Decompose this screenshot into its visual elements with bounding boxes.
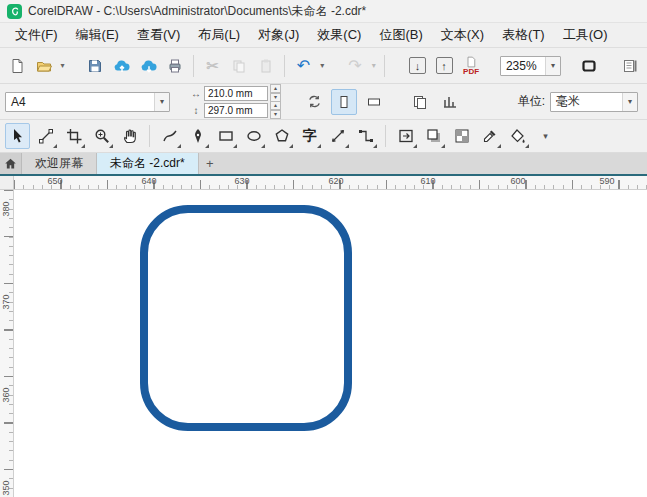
crop-tool[interactable]	[61, 123, 86, 149]
transparency-tool[interactable]	[449, 123, 474, 149]
page-height-stepper[interactable]: ▴ ▾	[270, 101, 281, 119]
pan-tool[interactable]	[117, 123, 142, 149]
cloud-download-button[interactable]	[136, 52, 161, 79]
magnifier-icon	[94, 128, 110, 144]
print-button[interactable]	[163, 52, 188, 79]
menu-text[interactable]: 文本(X)	[432, 23, 493, 47]
pdf-icon	[465, 56, 477, 68]
export-button[interactable]: ↑	[432, 52, 457, 79]
shape-tool[interactable]	[33, 123, 58, 149]
page-size-dropdown-chevron[interactable]: ▾	[154, 93, 169, 111]
cut-button[interactable]: ✂	[200, 52, 225, 79]
ruler-origin-corner[interactable]	[0, 176, 14, 189]
undo-dropdown-chevron[interactable]: ▾	[318, 61, 327, 70]
portrait-page-icon	[336, 94, 352, 110]
cloud-upload-button[interactable]	[110, 52, 135, 79]
polygon-tool[interactable]	[269, 123, 294, 149]
home-icon	[4, 157, 17, 170]
open-dropdown-chevron[interactable]: ▾	[58, 61, 67, 70]
save-button[interactable]	[83, 52, 108, 79]
print-icon	[167, 58, 183, 74]
copy-button[interactable]	[227, 52, 252, 79]
apply-all-pages-button[interactable]	[407, 89, 433, 115]
toolbox-expander-button[interactable]: ▾	[533, 123, 558, 149]
redo-dropdown-chevron[interactable]: ▾	[369, 61, 378, 70]
apply-current-page-button[interactable]	[437, 89, 463, 115]
menu-effects[interactable]: 效果(C)	[308, 23, 370, 47]
publish-pdf-button[interactable]: PDF	[458, 52, 484, 79]
connector-tool[interactable]	[353, 123, 378, 149]
cloud-download-icon	[140, 58, 158, 74]
redo-button[interactable]: ↷	[343, 52, 368, 79]
zoom-level-value: 235%	[501, 59, 545, 73]
drop-shadow-tool[interactable]	[421, 123, 446, 149]
horizontal-ruler: 650 640 630 620 610 600 590	[0, 176, 647, 190]
menu-table[interactable]: 表格(T)	[493, 23, 554, 47]
zoom-dropdown-chevron[interactable]: ▾	[545, 57, 560, 75]
export-icon: ↑	[436, 57, 453, 74]
fullscreen-button[interactable]	[577, 52, 602, 79]
stepper-up-icon[interactable]: ▴	[270, 84, 281, 93]
landscape-orientation-button[interactable]	[361, 89, 387, 115]
new-document-button[interactable]	[5, 52, 30, 79]
rectangle-tool[interactable]	[213, 123, 238, 149]
page-width-stepper[interactable]: ▴ ▾	[270, 84, 281, 102]
home-tab-button[interactable]	[0, 153, 22, 174]
text-tool[interactable]: 字	[297, 123, 322, 149]
powerclip-frame-tool[interactable]	[393, 123, 418, 149]
drawing-page[interactable]	[14, 190, 647, 497]
rectangle-icon	[218, 128, 234, 144]
rounded-rectangle-shape[interactable]	[140, 205, 352, 431]
ruler-label: 360	[1, 386, 11, 404]
cut-icon: ✂	[206, 57, 219, 75]
ellipse-tool[interactable]	[241, 123, 266, 149]
vertical-ruler: 380 370 360 350	[0, 190, 14, 497]
tab-untitled-document[interactable]: 未命名 -2.cdr*	[97, 153, 199, 174]
undo-button[interactable]: ↶	[291, 52, 316, 79]
menu-object[interactable]: 对象(J)	[249, 23, 308, 47]
open-button[interactable]	[32, 52, 57, 79]
menu-file[interactable]: 文件(F)	[6, 23, 67, 47]
stepper-down-icon[interactable]: ▾	[270, 110, 281, 119]
menu-view[interactable]: 查看(V)	[128, 23, 189, 47]
zoom-level-combobox[interactable]: 235% ▾	[500, 56, 561, 76]
menu-edit[interactable]: 编辑(E)	[67, 23, 128, 47]
titlebar: CorelDRAW - C:\Users\Administrator\Docum…	[0, 0, 647, 23]
new-tab-button[interactable]: +	[199, 153, 221, 174]
save-icon	[87, 58, 103, 74]
connector-icon	[358, 128, 374, 144]
ruler-label: 380	[1, 200, 11, 218]
units-dropdown-chevron[interactable]: ▾	[622, 93, 637, 111]
menu-tools[interactable]: 工具(O)	[554, 23, 617, 47]
options-button[interactable]	[617, 52, 642, 79]
ruler-label: 610	[420, 176, 435, 186]
artistic-media-tool[interactable]	[185, 123, 210, 149]
interactive-fill-tool[interactable]	[505, 123, 530, 149]
fullscreen-icon	[581, 58, 597, 74]
menu-bitmaps[interactable]: 位图(B)	[370, 23, 431, 47]
page-height-field[interactable]: 297.0 mm	[204, 103, 268, 118]
eyedropper-icon	[482, 128, 498, 144]
swap-dimensions-icon	[307, 94, 322, 109]
units-combobox[interactable]: 毫米 ▾	[550, 92, 638, 112]
portrait-orientation-button[interactable]	[331, 89, 357, 115]
pick-tool[interactable]	[5, 123, 30, 149]
color-eyedropper-tool[interactable]	[477, 123, 502, 149]
shape-node-icon	[38, 128, 54, 144]
zoom-tool[interactable]	[89, 123, 114, 149]
import-button[interactable]: ↓	[405, 52, 430, 79]
page-dimensions-group: ↔ 210.0 mm ▴ ▾ ↕ 297.0 mm ▴ ▾	[190, 85, 281, 118]
swap-dimensions-button[interactable]	[301, 89, 327, 115]
menu-layout[interactable]: 布局(L)	[189, 23, 249, 47]
tab-welcome-screen[interactable]: 欢迎屏幕	[22, 153, 97, 174]
dimension-tool[interactable]	[325, 123, 350, 149]
page-width-field[interactable]: 210.0 mm	[204, 86, 268, 101]
stepper-up-icon[interactable]: ▴	[270, 101, 281, 110]
freehand-tool[interactable]	[157, 123, 182, 149]
page-size-combobox[interactable]: A4 ▾	[5, 92, 170, 112]
ruler-label: 640	[141, 176, 156, 186]
paste-button[interactable]	[254, 52, 279, 79]
expander-chevron-icon: ▾	[543, 131, 548, 141]
checkerboard-icon	[454, 128, 470, 144]
landscape-page-icon	[366, 94, 382, 110]
